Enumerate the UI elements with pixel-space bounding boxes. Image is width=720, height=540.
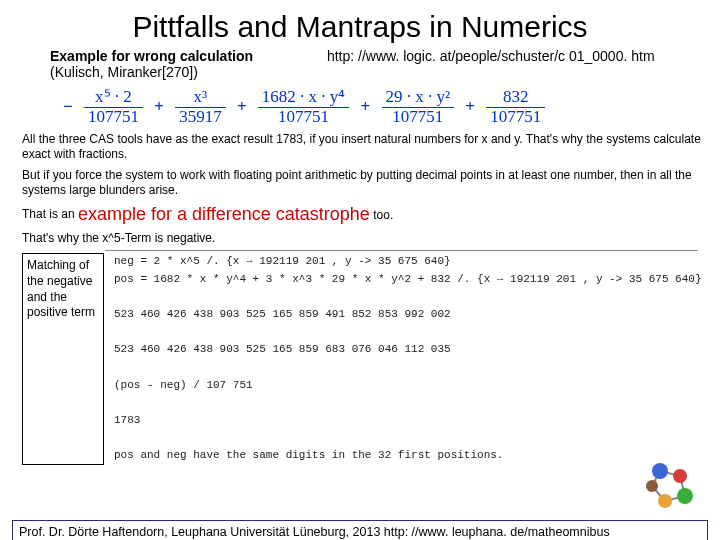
op-plus: + bbox=[358, 97, 374, 116]
paragraph-1: All the three CAS tools have as the exac… bbox=[22, 132, 708, 162]
svg-point-8 bbox=[658, 494, 672, 508]
divider bbox=[105, 250, 698, 251]
term-3: 1682 · x · y⁴107751 bbox=[258, 88, 350, 126]
source-url: http: //www. logic. at/people/schuster/c… bbox=[327, 48, 655, 64]
match-caption-box: Matching of the negative and the positiv… bbox=[22, 253, 104, 464]
slide-title: Pittfalls and Mantraps in Numerics bbox=[0, 10, 720, 44]
term-4: 29 · x · y²107751 bbox=[382, 88, 455, 126]
svg-point-6 bbox=[673, 469, 687, 483]
paragraph-3: That's why the x^5-Term is negative. bbox=[22, 231, 708, 246]
math-formula: − x⁵ · 2107751 + x³35917 + 1682 · x · y⁴… bbox=[60, 88, 720, 126]
catline-pre: That is an bbox=[22, 207, 78, 221]
citation: (Kulisch, Miranker[270]) bbox=[50, 64, 198, 80]
paragraph-2: But if you force the system to work with… bbox=[22, 168, 708, 198]
term-5: 832107751 bbox=[486, 88, 545, 126]
op-minus: − bbox=[60, 97, 76, 116]
svg-point-9 bbox=[646, 480, 658, 492]
calculation-block: Matching of the negative and the positiv… bbox=[22, 253, 720, 464]
subheading-block: Example for wrong calculation http: //ww… bbox=[50, 48, 720, 80]
calculation-listing: neg = 2 * x^5 /. {x → 192119 201 , y -> … bbox=[114, 253, 702, 464]
svg-point-5 bbox=[652, 463, 668, 479]
catline-post: too. bbox=[373, 208, 393, 222]
catastrophe-line: That is an example for a difference cata… bbox=[22, 204, 708, 225]
op-plus: + bbox=[234, 97, 250, 116]
svg-point-7 bbox=[677, 488, 693, 504]
footer-credit: Prof. Dr. Dörte Haftendorn, Leuphana Uni… bbox=[12, 520, 708, 540]
op-plus: + bbox=[462, 97, 478, 116]
term-1: x⁵ · 2107751 bbox=[84, 88, 143, 126]
catastrophe-highlight: example for a difference catastrophe bbox=[78, 204, 370, 224]
molecule-logo-icon bbox=[640, 456, 700, 516]
term-2: x³35917 bbox=[175, 88, 226, 126]
op-plus: + bbox=[151, 97, 167, 116]
example-label: Example for wrong calculation bbox=[50, 48, 253, 64]
